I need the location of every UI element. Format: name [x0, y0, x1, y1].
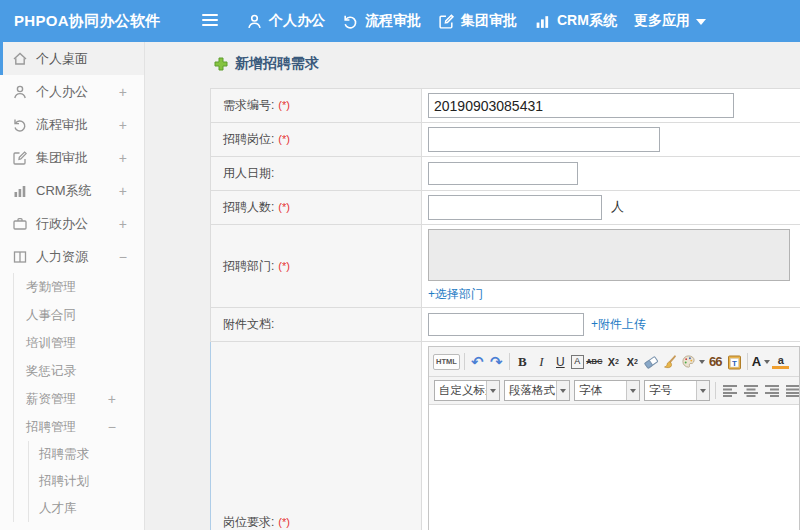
sidebar-item-training[interactable]: 培训管理 [14, 329, 144, 357]
font-size-dropdown[interactable]: 字号 [644, 380, 710, 401]
align-justify-icon[interactable] [784, 381, 799, 401]
sidebar-item-personal-office[interactable]: 个人办公 + [0, 75, 144, 108]
caret-down-icon [486, 381, 499, 400]
user-icon [12, 84, 28, 100]
sidebar-item-recruit-demand[interactable]: 招聘需求 [29, 441, 144, 468]
blockquote-button[interactable]: 66 [707, 352, 724, 372]
headcount-input[interactable] [428, 195, 602, 220]
sidebar-item-label: 薪资管理 [26, 391, 76, 408]
align-center-icon[interactable] [742, 381, 759, 401]
sidebar-item-admin-office[interactable]: 行政办公 + [0, 207, 144, 240]
sidebar-item-label: 考勤管理 [26, 279, 76, 296]
expand-plus-icon[interactable]: + [119, 216, 127, 232]
briefcase-icon [12, 216, 28, 232]
page-title-text: 新增招聘需求 [235, 55, 319, 73]
html-source-button[interactable]: HTML [433, 354, 460, 370]
field-label: 岗位要求: [223, 515, 274, 529]
sidebar-item-hr[interactable]: 人力资源 − [0, 240, 144, 273]
field-label: 招聘部门: [223, 259, 274, 273]
expand-plus-icon[interactable]: + [119, 183, 127, 199]
attachment-upload-link[interactable]: +附件上传 [591, 317, 646, 331]
sidebar-item-crm[interactable]: CRM系统 + [0, 174, 144, 207]
superscript-button[interactable]: X2 [605, 352, 622, 372]
edit-icon [438, 13, 455, 30]
align-right-icon[interactable] [763, 381, 780, 401]
sidebar-item-label: 个人办公 [36, 83, 88, 101]
expand-plus-icon[interactable]: + [108, 391, 116, 407]
sidebar-item-salary[interactable]: 薪资管理 + [14, 385, 144, 413]
editor-content-area[interactable] [429, 405, 799, 530]
edit-icon [12, 150, 28, 166]
underline-button[interactable]: U [552, 352, 569, 372]
sidebar: 个人桌面 个人办公 + 流程审批 + 集团审批 + CRM系统 [0, 42, 145, 530]
attachment-input[interactable] [428, 313, 584, 336]
svg-text:T: T [732, 358, 737, 367]
nav-label: 流程审批 [365, 12, 421, 30]
align-left-icon[interactable] [721, 381, 738, 401]
redo-icon[interactable]: ↷ [488, 352, 505, 372]
sidebar-item-attendance[interactable]: 考勤管理 [14, 273, 144, 301]
expand-plus-icon[interactable]: + [119, 117, 127, 133]
table-row: 招聘人数:(*) 人 [211, 191, 800, 225]
color-palette-icon[interactable] [681, 352, 705, 372]
sidebar-item-label: 个人桌面 [36, 50, 88, 68]
sidebar-item-label: 培训管理 [26, 335, 76, 352]
format-brush-icon[interactable] [662, 352, 679, 372]
sidebar-item-desktop[interactable]: 个人桌面 [0, 42, 144, 75]
sidebar-item-workflow-approval[interactable]: 流程审批 + [0, 108, 144, 141]
font-border-button[interactable]: A [571, 355, 584, 369]
paragraph-format-dropdown[interactable]: 段落格式 [504, 380, 570, 401]
font-color-button[interactable]: A [752, 352, 770, 372]
select-department-link[interactable]: +选择部门 [428, 286, 483, 303]
custom-title-dropdown[interactable]: 自定义标题 [434, 380, 500, 401]
demand-number-input[interactable] [428, 93, 734, 118]
highlight-color-button[interactable]: a [772, 354, 789, 369]
table-row: 需求编号:(*) [211, 89, 800, 123]
nav-workflow-approval[interactable]: 流程审批 [342, 12, 421, 30]
user-icon [246, 13, 263, 30]
sidebar-item-label: 行政办公 [36, 215, 88, 233]
recruitment-submenu: 招聘需求 招聘计划 人才库 [28, 441, 144, 522]
nav-crm-system[interactable]: CRM系统 [534, 12, 617, 30]
hire-date-input[interactable] [428, 162, 578, 185]
caret-down-icon [626, 381, 639, 400]
expand-plus-icon[interactable]: + [119, 84, 127, 100]
caret-down-icon [696, 381, 709, 400]
collapse-minus-icon[interactable]: − [108, 419, 116, 435]
sidebar-item-talent-pool[interactable]: 人才库 [29, 495, 144, 522]
nav-more-apps[interactable]: 更多应用 [634, 12, 706, 30]
field-label: 用人日期: [223, 166, 274, 180]
eraser-icon[interactable] [643, 352, 660, 372]
table-row: 招聘部门:(*) +选择部门 [211, 225, 800, 308]
table-row: 招聘岗位:(*) [211, 123, 800, 157]
bar-chart-icon [534, 13, 551, 30]
bold-button[interactable]: B [514, 352, 531, 372]
required-mark: (*) [278, 260, 290, 272]
field-label: 招聘岗位: [223, 132, 274, 146]
nav-group-approval[interactable]: 集团审批 [438, 12, 517, 30]
undo-icon[interactable]: ↶ [469, 352, 486, 372]
recruit-position-input[interactable] [428, 127, 660, 152]
nav-personal-office[interactable]: 个人办公 [246, 12, 325, 30]
recruitment-demand-form: 需求编号:(*) 招聘岗位:(*) 用人日期: 招聘人数:(*) 人 [210, 88, 800, 530]
top-bar: PHPOA协同办公软件 个人办公 流程审批 集团审批 [0, 0, 800, 42]
sidebar-item-recruitment[interactable]: 招聘管理 − [14, 413, 144, 441]
collapse-minus-icon[interactable]: − [119, 249, 127, 265]
sidebar-item-personnel-contract[interactable]: 人事合同 [14, 301, 144, 329]
required-mark: (*) [278, 99, 290, 111]
paste-text-icon[interactable]: T [726, 352, 743, 372]
strikethrough-button[interactable]: ABC [586, 352, 603, 372]
sidebar-item-group-approval[interactable]: 集团审批 + [0, 141, 144, 174]
editor-toolbar-row1: HTML ↶ ↷ B I U A ABC X2 X2 [429, 347, 799, 377]
caret-down-icon [764, 360, 770, 364]
field-label: 招聘人数: [223, 200, 274, 214]
expand-plus-icon[interactable]: + [119, 150, 127, 166]
hamburger-menu-icon[interactable] [202, 14, 218, 29]
subscript-button[interactable]: X2 [624, 352, 641, 372]
department-box[interactable] [428, 229, 790, 281]
sidebar-item-recruit-plan[interactable]: 招聘计划 [29, 468, 144, 495]
italic-button[interactable]: I [533, 352, 550, 372]
main-content: 新增招聘需求 需求编号:(*) 招聘岗位:(*) 用人日期: 招聘人数:(*) [146, 42, 800, 530]
font-family-dropdown[interactable]: 字体 [574, 380, 640, 401]
sidebar-item-reward-punishment[interactable]: 奖惩记录 [14, 357, 144, 385]
